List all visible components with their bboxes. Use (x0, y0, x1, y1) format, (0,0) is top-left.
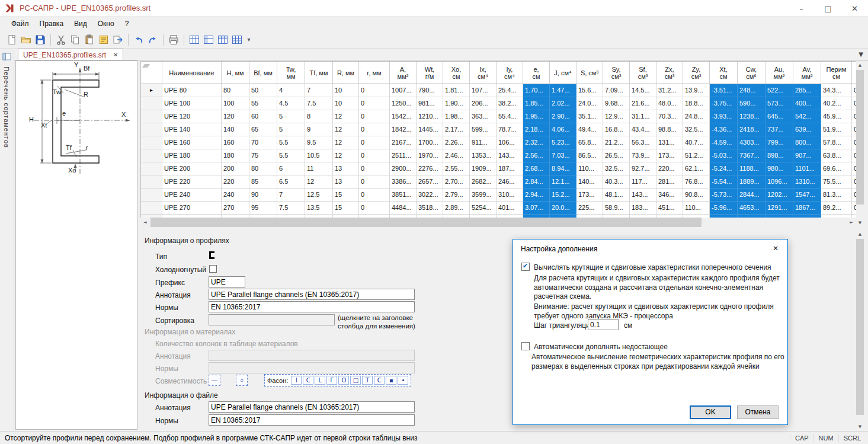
pane-scroll-thumb[interactable] (856, 239, 864, 415)
table-cell[interactable]: 12 (333, 123, 359, 136)
row-selector[interactable] (141, 97, 162, 110)
table-cell[interactable]: 1.85... (523, 97, 550, 110)
row-selector[interactable]: ► (141, 84, 162, 97)
column-header-15[interactable]: S, см³ (576, 62, 603, 84)
table-cell[interactable]: 38.2... (497, 97, 523, 110)
table-cell[interactable]: 13.5 (305, 202, 333, 215)
table-cell[interactable]: 4 (277, 84, 305, 97)
table-cell[interactable]: 2.56... (523, 149, 550, 162)
table-cell[interactable]: 107... (470, 84, 497, 97)
close-button[interactable]: ✕ (841, 0, 868, 17)
table-cell[interactable]: 117... (630, 175, 656, 189)
column-header-23[interactable]: Av, мм² (793, 62, 821, 84)
table-cell[interactable]: 8.94... (550, 162, 576, 175)
table-cell[interactable]: 73.9... (630, 149, 656, 162)
new-file-icon[interactable] (5, 33, 19, 47)
row-selector[interactable] (141, 136, 162, 149)
table-cell[interactable]: 5 (277, 110, 305, 123)
fason-icon-9[interactable]: ▪ (386, 376, 396, 385)
table-cell[interactable]: 2.46... (443, 149, 470, 162)
scroll-up-icon[interactable]: ▲ (856, 61, 864, 69)
table-cell[interactable]: 90 (249, 189, 277, 202)
dialog-close-icon[interactable]: ✕ (764, 239, 787, 257)
table-cell[interactable]: 3851... (390, 189, 417, 202)
table-cell[interactable]: 542... (793, 110, 821, 123)
table-cell[interactable]: 57.8... (821, 136, 852, 149)
column-header-9[interactable]: Wt, г/м (417, 62, 443, 84)
table-cell[interactable]: 75.5... (821, 175, 852, 189)
table-cell[interactable]: 2.84... (523, 175, 550, 189)
tab-close-icon[interactable]: ✕ (113, 52, 118, 58)
table-cell[interactable]: 5.5 (277, 136, 305, 149)
table-cell[interactable]: -3.51... (710, 84, 738, 97)
table-cell[interactable]: 89.2... (821, 202, 852, 215)
table-cell[interactable]: 451... (656, 202, 683, 215)
fason-icon-7[interactable]: Т (362, 376, 373, 385)
column-header-19[interactable]: Zy, см³ (683, 62, 710, 84)
table-cell[interactable]: 2276... (417, 162, 443, 175)
table-cell[interactable]: 16.8... (603, 123, 630, 136)
table-cell[interactable]: 0 (359, 202, 390, 215)
column-header-1[interactable]: Наименование (162, 62, 222, 84)
table-cell[interactable]: 4484... (390, 202, 417, 215)
minimize-button[interactable]: – (788, 0, 815, 17)
table-cell[interactable]: 65 (249, 123, 277, 136)
fason-icon-8[interactable]: С (374, 376, 385, 385)
table-vertical-scrollbar[interactable]: ▲ ▼ (856, 61, 864, 227)
table-cell[interactable]: 0 (852, 84, 856, 97)
column-header-5[interactable]: Tf, мм (305, 62, 333, 84)
table-cell[interactable]: 48.1... (603, 189, 630, 202)
profile-annotation-input[interactable] (209, 289, 415, 300)
table-cell[interactable]: 310... (497, 189, 523, 202)
table-cell[interactable]: 1.90... (443, 97, 470, 110)
table-cell[interactable]: UPE 200 (162, 162, 222, 175)
fason-icon-10[interactable]: • (398, 376, 408, 385)
table-cell[interactable]: 0 (852, 162, 856, 175)
table-cell[interactable]: 9 (305, 123, 333, 136)
table-cell[interactable]: 69.6... (821, 162, 852, 175)
profile-norms-input[interactable] (209, 301, 415, 312)
pane-scroll-down-icon[interactable]: ▼ (856, 423, 864, 431)
table-cell[interactable]: 1.70... (523, 84, 550, 97)
table-cell[interactable]: 0 (852, 97, 856, 110)
table-cell[interactable]: 9.68... (603, 97, 630, 110)
table-cell[interactable]: 12 (333, 149, 359, 162)
table-cell[interactable]: 12.5 (305, 189, 333, 202)
table-cell[interactable]: 1250... (390, 97, 417, 110)
table-cell[interactable]: 1007... (390, 84, 417, 97)
table-cell[interactable]: 1096... (765, 175, 793, 189)
fason-icon-2[interactable]: С (303, 376, 313, 385)
grid-top-icon[interactable] (216, 33, 230, 47)
table-cell[interactable]: 1310... (793, 175, 821, 189)
table-cell[interactable]: UPE 120 (162, 110, 222, 123)
copy-icon[interactable] (68, 33, 82, 47)
column-header-24[interactable]: Перим см (821, 62, 852, 84)
column-header-14[interactable]: J, см⁴ (550, 62, 576, 84)
table-cell[interactable]: -5.54... (710, 175, 738, 189)
table-cell[interactable]: 3.07... (523, 202, 550, 215)
table-cell[interactable]: 5.5 (277, 149, 305, 162)
column-header-4[interactable]: Tw, мм (277, 62, 305, 84)
ok-button[interactable]: OK (690, 405, 731, 419)
table-cell[interactable]: 2.17... (443, 123, 470, 136)
table-cell[interactable]: 21.2... (603, 136, 630, 149)
table-cell[interactable]: 2.68... (523, 162, 550, 175)
table-cell[interactable]: 220 (222, 175, 249, 189)
table-cell[interactable]: 0 (852, 136, 856, 149)
column-header-25[interactable] (852, 62, 856, 84)
table-cell[interactable]: 0 (359, 189, 390, 202)
cancel-button[interactable]: Отмена (737, 405, 779, 419)
print-icon[interactable] (166, 33, 181, 47)
table-cell[interactable]: 15.2... (550, 189, 576, 202)
table-cell[interactable]: 31.2... (656, 84, 683, 97)
table-cell[interactable]: 3599... (470, 189, 497, 202)
table-cell[interactable]: 40.2... (821, 97, 852, 110)
table-cell[interactable]: 1188... (738, 162, 765, 175)
table-cell[interactable]: 143... (630, 189, 656, 202)
table-cell[interactable]: 2.18... (523, 123, 550, 136)
table-cell[interactable]: 790... (417, 84, 443, 97)
scroll-right-icon[interactable]: ► (847, 218, 856, 227)
table-cell[interactable]: 32.5... (683, 123, 710, 136)
table-cell[interactable]: 60 (249, 110, 277, 123)
table-cell[interactable]: 10.5 (305, 149, 333, 162)
